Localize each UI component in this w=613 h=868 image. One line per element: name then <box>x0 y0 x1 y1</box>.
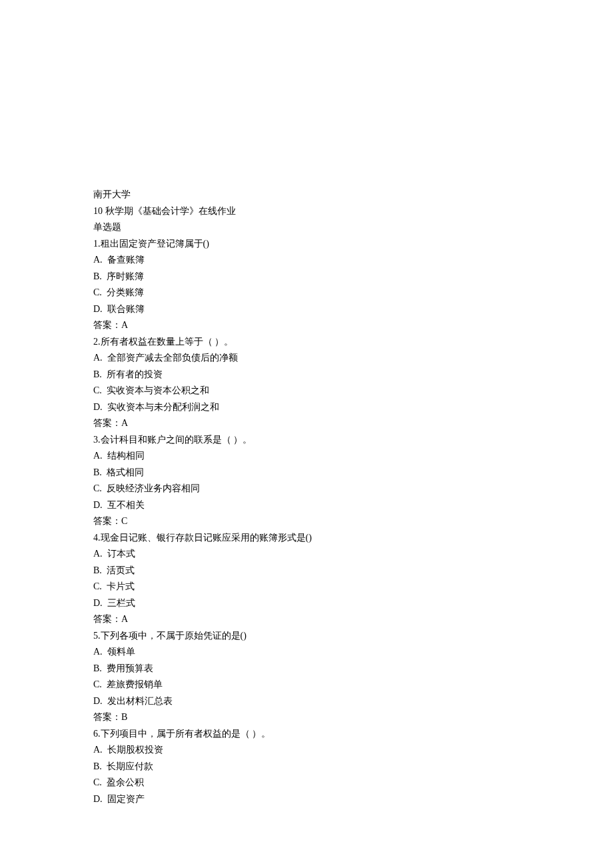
answer-text: 答案：A <box>93 317 520 334</box>
option-text: C. 差旅费报销单 <box>93 677 520 693</box>
option-text: A. 领料单 <box>93 644 520 661</box>
option-text: B. 序时账簿 <box>93 269 520 285</box>
university-name: 南开大学 <box>93 187 520 203</box>
option-text: D. 三栏式 <box>93 595 520 612</box>
question-text: 2.所有者权益在数量上等于（ ）。 <box>93 334 520 351</box>
answer-text: 答案：A <box>93 415 520 432</box>
question-text: 1.租出固定资产登记簿属于() <box>93 236 520 253</box>
answer-text: 答案：B <box>93 709 520 726</box>
option-text: B. 长期应付款 <box>93 759 520 775</box>
option-text: D. 实收资本与未分配利润之和 <box>93 399 520 416</box>
option-text: A. 订本式 <box>93 546 520 563</box>
option-text: B. 格式相同 <box>93 465 520 481</box>
option-text: A. 长期股权投资 <box>93 742 520 759</box>
option-text: D. 固定资产 <box>93 791 520 808</box>
option-text: B. 所有者的投资 <box>93 367 520 383</box>
question-text: 5.下列各项中，不属于原始凭证的是() <box>93 628 520 645</box>
option-text: A. 全部资产减去全部负债后的净额 <box>93 350 520 367</box>
course-title: 10 秋学期《基础会计学》在线作业 <box>93 203 520 220</box>
option-text: A. 结构相同 <box>93 448 520 465</box>
option-text: D. 联合账簿 <box>93 301 520 318</box>
question-text: 3.会计科目和账户之间的联系是（ ）。 <box>93 432 520 449</box>
option-text: C. 反映经济业务内容相同 <box>93 481 520 497</box>
option-text: B. 费用预算表 <box>93 661 520 677</box>
answer-text: 答案：A <box>93 611 520 628</box>
option-text: C. 盈余公积 <box>93 775 520 791</box>
answer-text: 答案：C <box>93 513 520 530</box>
option-text: B. 活页式 <box>93 563 520 579</box>
document-page: 南开大学 10 秋学期《基础会计学》在线作业 单选题 1.租出固定资产登记簿属于… <box>0 0 613 834</box>
option-text: D. 互不相关 <box>93 497 520 514</box>
option-text: A. 备查账簿 <box>93 252 520 269</box>
option-text: D. 发出材料汇总表 <box>93 693 520 710</box>
questions-container: 1.租出固定资产登记簿属于()A. 备查账簿B. 序时账簿C. 分类账簿D. 联… <box>93 236 520 808</box>
question-text: 6.下列项目中，属于所有者权益的是（ ）。 <box>93 726 520 743</box>
option-text: C. 实收资本与资本公积之和 <box>93 383 520 399</box>
section-title: 单选题 <box>93 219 520 236</box>
option-text: C. 卡片式 <box>93 579 520 595</box>
question-text: 4.现金日记账、银行存款日记账应采用的账簿形式是() <box>93 530 520 547</box>
option-text: C. 分类账簿 <box>93 285 520 301</box>
